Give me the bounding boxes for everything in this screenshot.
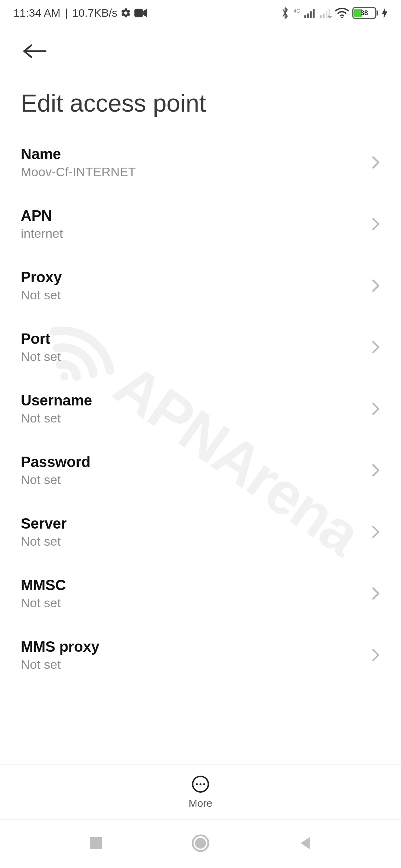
triangle-left-icon [298,836,313,851]
more-circle-icon [191,775,210,794]
svg-rect-1 [134,9,143,17]
more-button[interactable]: More [189,775,212,809]
gear-icon [120,7,131,19]
item-port[interactable]: Port Not set [0,316,401,378]
item-value: Not set [21,473,90,487]
item-mms-proxy[interactable]: MMS proxy Not set [0,624,401,686]
navigation-bar [0,820,401,868]
item-proxy[interactable]: Proxy Not set [0,255,401,316]
chevron-right-icon [371,156,380,169]
svg-rect-2 [304,15,306,18]
svg-rect-8 [326,11,327,18]
item-server[interactable]: Server Not set [0,501,401,563]
battery-indicator: 38 [352,7,378,19]
status-separator: | [65,7,68,19]
item-apn[interactable]: APN internet [0,193,401,255]
chevron-right-icon [371,217,380,231]
svg-point-10 [341,17,343,18]
battery-percent: 38 [361,9,368,17]
item-value: Not set [21,288,62,302]
item-label: Proxy [21,269,62,286]
item-label: Port [21,331,61,347]
item-label: Name [21,146,136,162]
status-left: 11:34 AM | 10.7KB/s [13,7,147,19]
chevron-right-icon [371,648,380,662]
arrow-left-icon [23,43,47,59]
item-label: MMSC [21,577,66,594]
item-value: Moov-Cf-INTERNET [21,165,136,179]
circle-icon [191,834,210,853]
settings-list[interactable]: Name Moov-Cf-INTERNET APN internet Proxy… [0,106,401,686]
item-value: Not set [21,657,100,672]
charging-bolt-icon [382,7,388,19]
svg-rect-7 [323,14,325,18]
item-password[interactable]: Password Not set [0,440,401,501]
svg-point-13 [199,783,201,785]
video-camera-icon [134,9,147,17]
chevron-right-icon [371,525,380,539]
chevron-right-icon [371,279,380,292]
status-bar: 11:34 AM | 10.7KB/s 4G 38 [0,0,401,26]
wifi-icon [335,7,349,19]
more-label: More [189,798,212,809]
svg-rect-15 [90,837,102,849]
network-4g-label: 4G [293,8,300,13]
svg-rect-4 [310,11,312,18]
back-button[interactable] [21,41,49,63]
signal-bars-sim2-icon [320,8,332,18]
item-label: Password [21,454,90,470]
item-label: APN [21,207,63,224]
bluetooth-icon [281,7,290,19]
svg-rect-6 [320,15,322,18]
status-net-speed: 10.7KB/s [72,7,118,19]
item-value: Not set [21,534,66,549]
svg-point-14 [203,783,205,785]
svg-point-17 [195,838,206,848]
item-value: internet [21,226,63,241]
nav-home-button[interactable] [191,834,210,854]
chevron-right-icon [371,587,380,600]
status-time: 11:34 AM [13,7,61,19]
item-username[interactable]: Username Not set [0,378,401,440]
svg-rect-3 [307,14,309,18]
svg-point-12 [196,783,198,785]
action-bar: More [0,764,401,820]
item-value: Not set [21,411,92,425]
item-name[interactable]: Name Moov-Cf-INTERNET [0,132,401,193]
chevron-right-icon [371,402,380,415]
chevron-right-icon [371,341,380,354]
item-label: MMS proxy [21,638,100,655]
square-icon [88,836,103,851]
nav-back-button[interactable] [298,836,313,852]
svg-rect-5 [313,9,315,18]
item-label: Server [21,515,66,532]
item-value: Not set [21,349,61,364]
item-mmsc[interactable]: MMSC Not set [0,563,401,624]
header: Edit access point [0,26,401,117]
status-right: 4G 38 [281,7,388,19]
nav-recents-button[interactable] [88,836,103,852]
chevron-right-icon [371,464,380,477]
item-value: Not set [21,596,66,610]
item-label: Username [21,392,92,409]
signal-bars-sim1-icon [304,8,316,18]
settings-list-viewport: Name Moov-Cf-INTERNET APN internet Proxy… [0,106,401,764]
